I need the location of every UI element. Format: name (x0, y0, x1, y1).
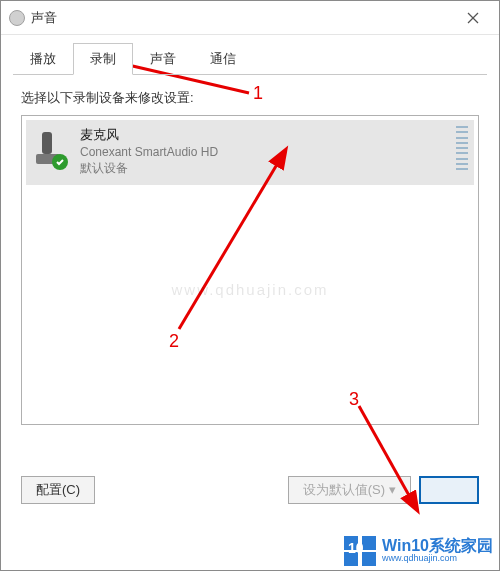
device-driver: Conexant SmartAudio HD (80, 145, 218, 159)
annotation-2: 2 (169, 331, 179, 352)
configure-button[interactable]: 配置(C) (21, 476, 95, 504)
device-item-microphone[interactable]: 麦克风 Conexant SmartAudio HD 默认设备 (26, 120, 474, 185)
properties-button[interactable] (419, 476, 479, 504)
device-status: 默认设备 (80, 160, 218, 177)
chevron-down-icon: ▾ (389, 482, 396, 497)
audio-icon (9, 10, 25, 26)
tab-communications[interactable]: 通信 (193, 43, 253, 75)
tab-label: 声音 (150, 51, 176, 66)
tab-sounds[interactable]: 声音 (133, 43, 193, 75)
tab-label: 播放 (30, 51, 56, 66)
close-icon (467, 12, 479, 24)
microphone-icon (32, 126, 72, 170)
titlebar: 声音 (1, 1, 499, 35)
tab-label: 录制 (90, 51, 116, 66)
button-bar: 配置(C) 设为默认值(S)▾ (21, 476, 479, 504)
tab-label: 通信 (210, 51, 236, 66)
tab-recording[interactable]: 录制 (73, 43, 133, 75)
tab-body: 选择以下录制设备来修改设置: 麦克风 Conexant SmartAudio H… (1, 75, 499, 425)
watermark-url: www.qdhuajin.com (1, 281, 499, 298)
instruction-text: 选择以下录制设备来修改设置: (21, 89, 479, 107)
sound-dialog: 声音 播放 录制 声音 通信 选择以下录制设备来修改设置: 麦克 (0, 0, 500, 571)
device-labels: 麦克风 Conexant SmartAudio HD 默认设备 (80, 126, 218, 177)
default-check-icon (52, 154, 68, 170)
brand-sub: www.qdhuajin.com (380, 554, 499, 563)
tab-playback[interactable]: 播放 (13, 43, 73, 75)
level-meter (456, 126, 468, 170)
device-list[interactable]: 麦克风 Conexant SmartAudio HD 默认设备 (21, 115, 479, 425)
button-label: 设为默认值(S) (303, 482, 385, 497)
window-title: 声音 (31, 9, 57, 27)
close-button[interactable] (451, 3, 495, 33)
set-default-button[interactable]: 设为默认值(S)▾ (288, 476, 411, 504)
annotation-1: 1 (253, 83, 263, 104)
annotation-3: 3 (349, 389, 359, 410)
brand-text: Win10系统家园 (380, 538, 499, 554)
device-name: 麦克风 (80, 126, 218, 144)
watermark-brand: 10 Win10系统家园 www.qdhuajin.com (342, 530, 499, 570)
brand-logo-icon: 10 (342, 534, 380, 566)
button-label: 配置(C) (36, 482, 80, 497)
tab-row: 播放 录制 声音 通信 (1, 35, 499, 75)
